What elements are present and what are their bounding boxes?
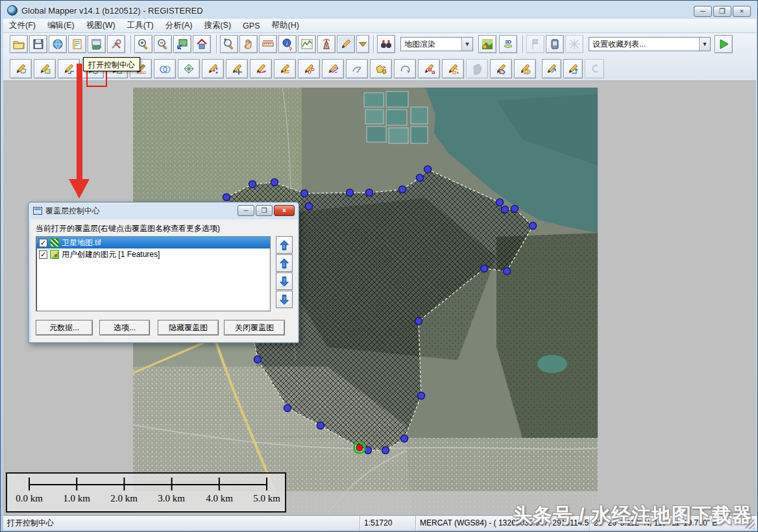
combine-areas-button[interactable] [370,59,392,79]
pan-tool-button[interactable] [239,35,258,53]
split-icon [326,62,339,75]
star-burst-icon [568,38,581,51]
menu-edit[interactable]: 编辑(E) [42,18,80,33]
layer-checkbox[interactable]: ✓ [39,250,47,259]
snapshot-button[interactable] [565,35,583,53]
view-shed-button[interactable] [317,35,336,53]
combo-arrow-icon[interactable]: ▼ [461,38,472,51]
menu-gps[interactable]: GPS [237,19,265,32]
layer-list[interactable]: ✓ 卫星地图.tif ✓ 用户创建的图元 [1 Features] [36,236,271,311]
save-button[interactable] [29,35,47,53]
maximize-button[interactable]: ❐ [713,6,731,17]
move-down-button[interactable] [276,272,293,290]
raise-feature-button[interactable] [563,59,583,79]
line-vertex-button[interactable] [226,59,248,79]
gps-button[interactable] [546,35,564,53]
layer-row-user-features[interactable]: ✓ 用户创建的图元 [1 Features] [36,248,270,260]
watermark: 头条号 / 水经注地图下载器 [513,502,752,529]
run-favorite-button[interactable] [715,35,733,53]
draw-rect-button[interactable] [34,59,56,79]
favorites-select[interactable]: 设置收藏列表... ▼ [589,37,711,51]
move-up-button[interactable] [276,254,293,272]
layer-label[interactable]: 用户创建的图元 [1 Features] [62,249,160,260]
zoom-box-button[interactable] [220,35,238,53]
range-rings-button[interactable] [154,59,176,79]
menu-help[interactable]: 帮助(H) [265,18,304,33]
dialog-body: 当前打开的覆盖层(右键点击覆盖图名称查看更多选项) ✓ 卫星地图.tif ✓ 用… [31,219,298,342]
dialog-close-button[interactable]: × [274,205,295,216]
home-view-button[interactable] [193,35,211,53]
render-mode-select[interactable]: 地图渲染 ▼ [400,37,473,51]
configuration-button[interactable] [107,35,125,53]
move-to-bottom-button[interactable] [276,291,293,308]
crop-areas-button[interactable] [490,59,512,79]
full-extent-button[interactable] [173,35,191,53]
download-online-button[interactable] [49,35,67,53]
layer-checkbox[interactable]: ✓ [39,239,47,247]
draw-area-button[interactable] [10,59,32,79]
flag-button[interactable] [526,35,544,53]
menu-file[interactable]: 文件(F) [3,18,42,33]
grid-icon [182,62,195,75]
menu-tools[interactable]: 工具(T) [121,18,160,33]
shader-button[interactable] [478,35,496,53]
info-cursor-icon: i [281,38,294,51]
replace-shape-button[interactable] [442,59,464,79]
scale-label: 0.0 km [5,493,53,504]
select-move-button[interactable] [346,59,368,79]
combo-arrow-icon[interactable]: ▼ [699,38,710,51]
dialog-description: 当前打开的覆盖层(右键点击覆盖图名称查看更多选项) [36,223,220,234]
open-file-button[interactable] [10,35,28,53]
digitizer-dropdown-button[interactable] [356,35,369,53]
layer-label[interactable]: 卫星地图.tif [62,237,101,248]
layer-order-buttons [276,236,293,309]
buffer-button[interactable] [514,59,536,79]
split-line-button[interactable] [322,59,344,79]
digitizer-tool-button[interactable] [337,35,355,53]
search-button[interactable] [377,35,395,53]
move-to-top-button[interactable] [276,236,293,254]
flatten-icon [278,62,291,75]
move-feature-button[interactable] [542,59,561,79]
control-center-button[interactable] [88,35,106,53]
layer-row-satellite[interactable]: ✓ 卫星地图.tif [36,237,270,248]
create-points-button[interactable] [202,59,224,79]
metadata-button[interactable]: 元数据... [36,320,93,335]
menu-analysis[interactable]: 分析(A) [160,18,199,33]
path-profile-button[interactable] [298,35,316,53]
menu-view[interactable]: 视图(W) [80,18,121,33]
options-button[interactable]: 选项... [99,320,150,335]
status-scale: 1:51720 [360,516,416,530]
feature-info-button[interactable]: i [278,35,297,53]
open-data-button[interactable] [68,35,86,53]
grid-tool-button[interactable] [178,59,200,79]
dialog-maximize-button[interactable]: ❐ [256,205,273,216]
close-overlay-button[interactable]: 关闭覆盖图 [224,320,285,335]
rotate-feature-button[interactable] [394,59,416,79]
undo-curve-icon [588,62,601,75]
rotate-icon [398,62,411,75]
menu-bar: 文件(F) 编辑(E) 视图(W) 工具(T) 分析(A) 搜索(S) GPS … [3,19,756,33]
hide-overlay-button[interactable]: 隐藏覆盖图 [158,320,219,335]
move-cursor-icon [350,62,363,75]
binoculars-icon [380,38,393,51]
copy-points-button[interactable] [418,59,440,79]
play-icon [717,38,730,51]
close-button[interactable]: × [733,6,751,17]
shade-tool-button[interactable] [466,59,488,79]
minimize-button[interactable]: ─ [694,6,712,17]
zoom-in-button[interactable] [134,35,153,53]
zoom-out-button[interactable] [154,35,172,53]
route-button[interactable] [298,59,320,79]
app-window: Global Mapper v14.1 (b120512) - REGISTER… [0,0,758,532]
menu-search[interactable]: 搜索(S) [198,18,237,33]
flatten-button[interactable] [274,59,296,79]
view-3d-button[interactable]: 3D [499,35,517,53]
document-icon [71,38,84,51]
undo-shape-button[interactable] [585,59,604,79]
measure-tool-button[interactable] [259,35,277,53]
render-mode-value: 地图渲染 [404,39,435,50]
spline-button[interactable] [250,59,272,79]
dialog-minimize-button[interactable]: ─ [238,205,254,216]
magnifier-plus-icon [223,38,236,51]
